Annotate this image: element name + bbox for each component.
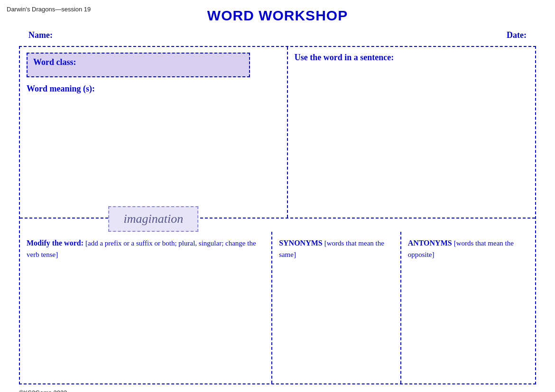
top-section: Word class: Word meaning (s): imaginatio… bbox=[20, 47, 535, 219]
bottom-antonyms-col: ANTONYMS [words that mean the opposite] bbox=[401, 232, 535, 383]
session-label: Darwin's Dragons—session 19 bbox=[7, 6, 91, 13]
left-column: Word class: Word meaning (s): imaginatio… bbox=[20, 47, 288, 218]
center-word-container: imagination bbox=[109, 206, 199, 232]
name-date-row: Name: Date: bbox=[19, 30, 536, 40]
synonyms-label: SYNONYMS [words that mean the same] bbox=[279, 237, 394, 260]
bottom-synonyms-col: SYNONYMS [words that mean the same] bbox=[272, 232, 401, 383]
word-meaning-label: Word meaning (s): bbox=[27, 84, 280, 94]
modify-label: Modify the word: [add a prefix or a suff… bbox=[27, 237, 265, 260]
bottom-section: Modify the word: [add a prefix or a suff… bbox=[20, 232, 535, 383]
name-label: Name: bbox=[28, 30, 53, 40]
top-section-wrapper: Word class: Word meaning (s): imaginatio… bbox=[20, 47, 535, 219]
word-class-box: Word class: bbox=[27, 53, 250, 77]
page-title: WORD WORKSHOP bbox=[19, 8, 536, 24]
date-label: Date: bbox=[507, 30, 527, 40]
center-word-box: imagination bbox=[109, 206, 199, 232]
modify-label-bold: Modify the word: bbox=[27, 239, 83, 247]
right-column: Use the word in a sentence: bbox=[288, 47, 535, 218]
antonyms-label-bold: ANTONYMS bbox=[408, 239, 452, 247]
bottom-modify-col: Modify the word: [add a prefix or a suff… bbox=[20, 232, 272, 383]
antonyms-label: ANTONYMS [words that mean the opposite] bbox=[408, 237, 528, 260]
word-class-label: Word class: bbox=[33, 57, 76, 67]
synonyms-label-bold: SYNONYMS bbox=[279, 239, 323, 247]
footer-label: ©KS2Gems 2022 bbox=[19, 389, 536, 392]
use-sentence-label: Use the word in a sentence: bbox=[295, 53, 528, 63]
main-container: Word class: Word meaning (s): imaginatio… bbox=[19, 46, 536, 384]
